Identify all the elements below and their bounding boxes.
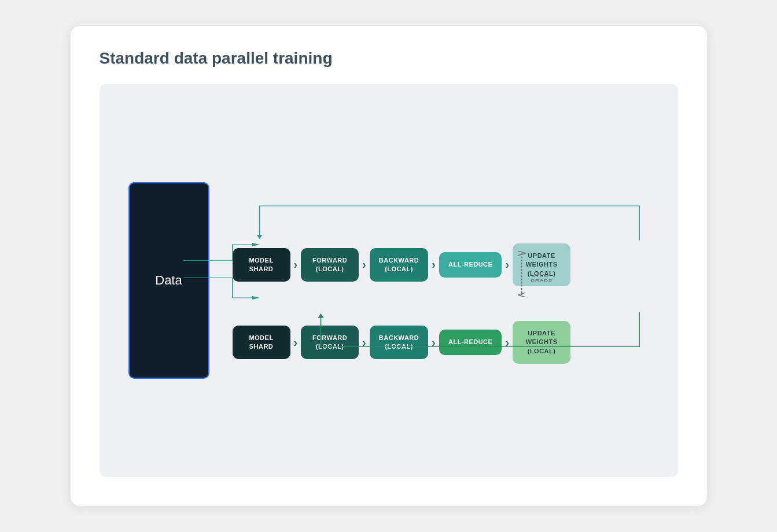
forward-top: FORWARD(LOCAL) bbox=[301, 248, 359, 282]
top-loop-arrow bbox=[259, 206, 639, 241]
chevron-1b: › bbox=[294, 336, 298, 349]
diagram-background: Data MODELSHARD › FORWARD(LOCAL) › BACKW… bbox=[100, 84, 678, 477]
chevron-1t: › bbox=[294, 258, 298, 271]
card: Standard data parallel training Data MOD… bbox=[71, 26, 707, 506]
updateweights-top: UPDATEWEIGHTS(LOCAL) bbox=[513, 243, 570, 286]
chevron-4b: › bbox=[505, 336, 509, 349]
data-label: Data bbox=[155, 273, 182, 288]
connection-area: MODELSHARD › FORWARD(LOCAL) › BACKWARD(L… bbox=[233, 197, 649, 364]
allreduce-bot: ALL-REDUCE bbox=[439, 330, 502, 354]
chevron-2t: › bbox=[362, 258, 366, 271]
chevron-4t: › bbox=[505, 258, 509, 271]
chevron-2b: › bbox=[362, 336, 366, 349]
backward-bot: BACKWARD(LOCAL) bbox=[370, 326, 428, 360]
chevron-3b: › bbox=[432, 336, 436, 349]
top-pipeline-row: MODELSHARD › FORWARD(LOCAL) › BACKWARD(L… bbox=[233, 243, 649, 286]
model-shard-bot: MODELSHARD bbox=[233, 326, 290, 360]
data-block: Data bbox=[128, 182, 209, 379]
forward-bot: FORWARD(LOCAL) bbox=[301, 326, 359, 360]
bottom-pipeline-row: MODELSHARD › FORWARD(LOCAL) › BACKWARD(L… bbox=[233, 321, 649, 364]
allreduce-top: ALL-REDUCE bbox=[439, 252, 502, 277]
updateweights-bot: UPDATEWEIGHTS(LOCAL) bbox=[513, 321, 570, 364]
page-title: Standard data parallel training bbox=[100, 49, 678, 68]
chevron-3t: › bbox=[432, 258, 436, 271]
model-shard-top: MODELSHARD bbox=[233, 248, 290, 282]
backward-top: BACKWARD(LOCAL) bbox=[370, 248, 428, 282]
